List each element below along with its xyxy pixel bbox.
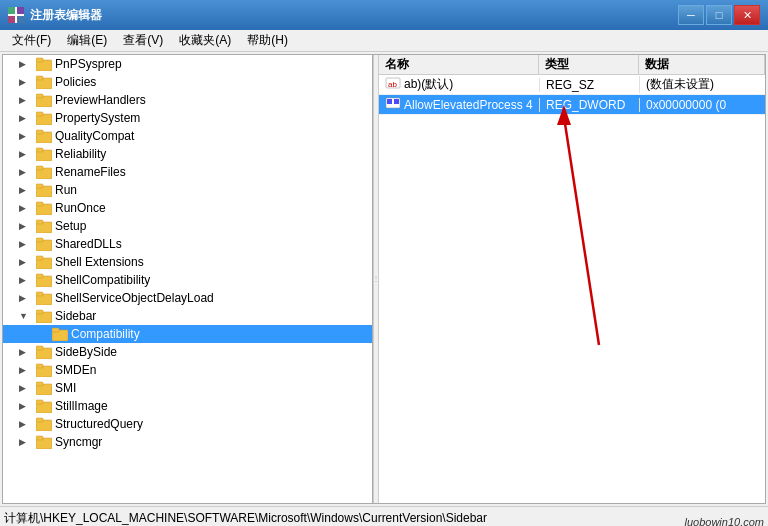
reg-data-default: (数值未设置) [639,76,765,93]
tree-item-compatibility[interactable]: Compatibility [3,325,372,343]
registry-table-content[interactable]: ab ab)(默认)REG_SZ(数值未设置) AllowElevatedPro… [379,75,765,503]
tree-item-renamefiles[interactable]: ▶ RenameFiles [3,163,372,181]
main-area: ▶ PnPSysprep▶ Policies▶ PreviewHandlers▶… [2,54,766,504]
tree-item-shellextensions[interactable]: ▶ Shell Extensions [3,253,372,271]
tree-item-sidebyside[interactable]: ▶ SideBySide [3,343,372,361]
menu-file[interactable]: 文件(F) [4,30,59,51]
svg-rect-25 [36,238,43,242]
tree-item-shellserviceobjectdelayload[interactable]: ▶ ShellServiceObjectDelayLoad [3,289,372,307]
ab-icon: ab [385,76,401,93]
tree-label-sidebar: Sidebar [55,309,96,323]
tree-item-shareddlls[interactable]: ▶ SharedDLLs [3,235,372,253]
folder-icon-policies [36,75,52,89]
tree-item-smi[interactable]: ▶ SMI [3,379,372,397]
svg-rect-37 [36,346,43,350]
svg-rect-13 [36,130,43,134]
svg-rect-15 [36,148,43,152]
tree-label-run: Run [55,183,77,197]
tree-item-propertysystem[interactable]: ▶ PropertySystem [3,109,372,127]
reg-type-allowelevatedprocess: REG_DWORD [539,98,639,112]
svg-rect-47 [36,436,43,440]
tree-item-smden[interactable]: ▶ SMDEn [3,361,372,379]
svg-rect-19 [36,184,43,188]
tree-label-syncmgr: Syncmgr [55,435,102,449]
expand-icon-shareddlls: ▶ [19,239,33,249]
tree-label-shellextensions: Shell Extensions [55,255,144,269]
svg-line-53 [564,117,599,345]
tree-label-shellserviceobjectdelayload: ShellServiceObjectDelayLoad [55,291,214,305]
tree-label-renamefiles: RenameFiles [55,165,126,179]
tree-item-policies[interactable]: ▶ Policies [3,73,372,91]
svg-text:ab: ab [388,80,397,89]
svg-rect-39 [36,364,43,368]
tree-panel[interactable]: ▶ PnPSysprep▶ Policies▶ PreviewHandlers▶… [3,55,373,503]
tree-label-pnpsysprep: PnPSysprep [55,57,122,71]
folder-icon-stillimage [36,399,52,413]
maximize-button[interactable]: □ [706,5,732,25]
folder-icon-structuredquery [36,417,52,431]
svg-rect-43 [36,400,43,404]
menu-help[interactable]: 帮助(H) [239,30,296,51]
menu-edit[interactable]: 编辑(E) [59,30,115,51]
svg-rect-7 [36,76,43,80]
registry-row-default[interactable]: ab ab)(默认)REG_SZ(数值未设置) [379,75,765,95]
tree-label-reliability: Reliability [55,147,106,161]
expand-icon-syncmgr: ▶ [19,437,33,447]
expand-icon-previewhandlers: ▶ [19,95,33,105]
svg-rect-11 [36,112,43,116]
expand-icon-smi: ▶ [19,383,33,393]
svg-rect-31 [36,292,43,296]
folder-icon-sidebar [36,309,52,323]
tree-item-runonce[interactable]: ▶ RunOnce [3,199,372,217]
folder-icon-qualitycompat [36,129,52,143]
tree-item-stillimage[interactable]: ▶ StillImage [3,397,372,415]
app-icon [8,7,24,23]
folder-icon-smi [36,381,52,395]
reg-name-allowelevatedprocess: AllowElevatedProcess 4 [379,96,539,113]
svg-rect-52 [394,99,399,104]
tree-item-sidebar[interactable]: ▼ Sidebar [3,307,372,325]
folder-icon-sidebyside [36,345,52,359]
title-bar: 注册表编辑器 ─ □ ✕ [0,0,768,30]
folder-icon-renamefiles [36,165,52,179]
tree-item-previewhandlers[interactable]: ▶ PreviewHandlers [3,91,372,109]
col-header-name: 名称 [379,55,539,74]
close-button[interactable]: ✕ [734,5,760,25]
col-header-data: 数据 [639,55,765,74]
folder-icon-pnpsysprep [36,57,52,71]
expand-icon-qualitycompat: ▶ [19,131,33,141]
tree-item-reliability[interactable]: ▶ Reliability [3,145,372,163]
tree-item-syncmgr[interactable]: ▶ Syncmgr [3,433,372,451]
reg-name-default: ab ab)(默认) [379,76,539,93]
reg-name-label-allowelevatedprocess: AllowElevatedProcess 4 [404,98,533,112]
expand-icon-setup: ▶ [19,221,33,231]
folder-icon-propertysystem [36,111,52,125]
tree-item-shellcompatibility[interactable]: ▶ ShellCompatibility [3,271,372,289]
svg-rect-0 [8,7,15,14]
folder-icon-smden [36,363,52,377]
expand-icon-runonce: ▶ [19,203,33,213]
expand-icon-shellserviceobjectdelayload: ▶ [19,293,33,303]
tree-label-stillimage: StillImage [55,399,108,413]
expand-icon-pnpsysprep: ▶ [19,59,33,69]
tree-label-sidebyside: SideBySide [55,345,117,359]
tree-item-qualitycompat[interactable]: ▶ QualityCompat [3,127,372,145]
tree-item-pnpsysprep[interactable]: ▶ PnPSysprep [3,55,372,73]
folder-icon-syncmgr [36,435,52,449]
svg-rect-2 [8,16,15,23]
registry-row-allowelevatedprocess[interactable]: AllowElevatedProcess 4REG_DWORD0x0000000… [379,95,765,115]
svg-rect-23 [36,220,43,224]
svg-rect-17 [36,166,43,170]
tree-label-propertysystem: PropertySystem [55,111,140,125]
expand-icon-structuredquery: ▶ [19,419,33,429]
tree-item-run[interactable]: ▶ Run [3,181,372,199]
menu-view[interactable]: 查看(V) [115,30,171,51]
tree-item-setup[interactable]: ▶ Setup [3,217,372,235]
registry-table-header: 名称 类型 数据 [379,55,765,75]
tree-item-structuredquery[interactable]: ▶ StructuredQuery [3,415,372,433]
tree-label-runonce: RunOnce [55,201,106,215]
menu-favorites[interactable]: 收藏夹(A) [171,30,239,51]
svg-rect-33 [36,310,43,314]
minimize-button[interactable]: ─ [678,5,704,25]
expand-icon-shellextensions: ▶ [19,257,33,267]
